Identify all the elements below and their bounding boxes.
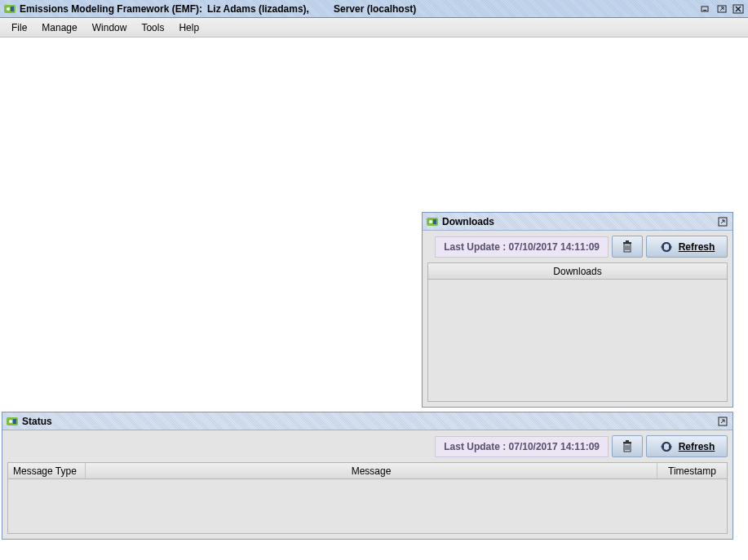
refresh-label: Refresh — [679, 441, 715, 452]
status-delete-button[interactable] — [612, 435, 643, 457]
app-icon — [3, 2, 16, 15]
svg-point-24 — [9, 420, 12, 423]
status-toolbar: Last Update : 07/10/2017 14:11:09 — [2, 430, 733, 462]
status-title: Status — [22, 416, 52, 427]
menu-file[interactable]: File — [5, 20, 33, 36]
svg-rect-20 — [626, 240, 629, 242]
maximize-icon[interactable] — [715, 3, 728, 15]
refresh-label: Refresh — [679, 241, 715, 253]
window-user: Liz Adams (lizadams), — [207, 3, 309, 15]
svg-line-27 — [721, 420, 724, 423]
menu-tools[interactable]: Tools — [135, 20, 170, 36]
downloads-table-body — [428, 280, 727, 401]
maximize-icon[interactable] — [716, 216, 729, 227]
status-table-body — [8, 479, 727, 533]
refresh-icon — [659, 240, 674, 254]
status-frame: Status Last Update : 07/10/2017 14:11:09 — [2, 412, 733, 540]
trash-icon — [622, 240, 633, 254]
downloads-toolbar: Last Update : 07/10/2017 14:11:09 — [423, 231, 733, 262]
svg-point-1 — [7, 7, 10, 11]
trash-icon — [622, 440, 633, 453]
svg-line-14 — [721, 220, 724, 223]
frame-icon — [6, 415, 19, 428]
status-col-message[interactable]: Message — [86, 463, 657, 478]
downloads-refresh-button[interactable]: Refresh — [646, 236, 728, 258]
menu-manage[interactable]: Manage — [35, 20, 83, 36]
downloads-table: Downloads — [427, 262, 728, 402]
downloads-last-update: Last Update : 07/10/2017 14:11:09 — [435, 236, 609, 258]
minimize-icon[interactable] — [699, 3, 712, 15]
downloads-title: Downloads — [442, 216, 494, 227]
maximize-icon[interactable] — [716, 416, 729, 427]
svg-line-6 — [720, 7, 724, 11]
svg-rect-19 — [623, 242, 631, 244]
svg-rect-12 — [433, 219, 436, 224]
status-table: Message Type Message Timestamp — [7, 462, 728, 534]
close-icon[interactable] — [732, 3, 745, 15]
svg-rect-25 — [13, 419, 16, 424]
status-refresh-button[interactable]: Refresh — [646, 435, 728, 457]
svg-point-11 — [429, 220, 432, 223]
downloads-frame: Downloads Last Update : 07/10/2017 14:11… — [422, 212, 733, 408]
status-col-timestamp[interactable]: Timestamp — [657, 463, 727, 478]
menu-help[interactable]: Help — [172, 20, 206, 36]
status-titlebar[interactable]: Status — [2, 412, 733, 430]
svg-rect-4 — [703, 10, 706, 11]
mdi-desktop: Downloads Last Update : 07/10/2017 14:11… — [0, 37, 748, 560]
window-title-prefix: Emissions Modeling Framework (EMF): — [20, 3, 202, 15]
status-col-message-type[interactable]: Message Type — [8, 463, 86, 478]
status-last-update: Last Update : 07/10/2017 14:11:09 — [435, 436, 609, 457]
svg-rect-33 — [626, 440, 629, 442]
menu-window[interactable]: Window — [86, 20, 134, 36]
svg-rect-32 — [623, 442, 631, 443]
window-server: Server (localhost) — [334, 3, 416, 15]
status-table-header: Message Type Message Timestamp — [8, 463, 727, 479]
svg-rect-3 — [702, 7, 708, 11]
window-controls — [699, 3, 745, 15]
menubar: File Manage Window Tools Help — [0, 18, 748, 37]
main-titlebar: Emissions Modeling Framework (EMF): Liz … — [0, 0, 748, 18]
refresh-icon — [659, 440, 674, 453]
downloads-table-header: Downloads — [428, 263, 727, 280]
svg-rect-2 — [11, 7, 14, 11]
downloads-delete-button[interactable] — [612, 236, 643, 258]
downloads-col[interactable]: Downloads — [428, 263, 727, 279]
frame-icon — [426, 215, 439, 228]
downloads-titlebar[interactable]: Downloads — [423, 213, 733, 231]
